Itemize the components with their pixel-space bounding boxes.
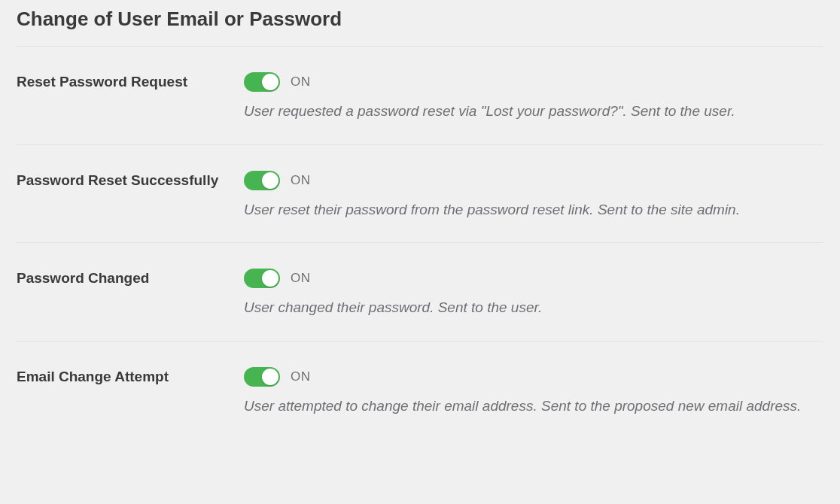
- toggle-password-reset-successfully[interactable]: [244, 171, 280, 190]
- setting-row-email-change-attempt: Email Change Attempt ON User attempted t…: [17, 342, 823, 439]
- settings-section: Change of User Email or Password Reset P…: [0, 0, 840, 439]
- toggle-knob: [262, 74, 278, 90]
- setting-description: User reset their password from the passw…: [244, 199, 823, 220]
- setting-label: Password Reset Successfully: [17, 171, 244, 190]
- toggle-knob: [262, 369, 278, 385]
- setting-description: User requested a password reset via "Los…: [244, 101, 823, 122]
- setting-control: ON User changed their password. Sent to …: [244, 269, 823, 318]
- toggle-state-label: ON: [291, 369, 311, 384]
- toggle-line: ON: [244, 269, 823, 288]
- toggle-line: ON: [244, 367, 823, 387]
- setting-label: Email Change Attempt: [17, 367, 244, 387]
- setting-row-password-changed: Password Changed ON User changed their p…: [17, 243, 823, 341]
- setting-control: ON User reset their password from the pa…: [244, 171, 823, 220]
- toggle-state-label: ON: [291, 271, 311, 286]
- setting-control: ON User requested a password reset via "…: [244, 72, 823, 122]
- setting-label: Password Changed: [17, 269, 244, 288]
- setting-row-reset-password-request: Reset Password Request ON User requested…: [17, 47, 823, 144]
- section-title: Change of User Email or Password: [17, 8, 823, 31]
- toggle-state-label: ON: [291, 173, 311, 188]
- setting-description: User changed their password. Sent to the…: [244, 297, 823, 318]
- toggle-knob: [262, 172, 278, 189]
- toggle-line: ON: [244, 72, 823, 92]
- toggle-state-label: ON: [291, 74, 311, 90]
- toggle-line: ON: [244, 171, 823, 190]
- setting-row-password-reset-successfully: Password Reset Successfully ON User rese…: [17, 145, 823, 243]
- setting-control: ON User attempted to change their email …: [244, 367, 823, 417]
- toggle-knob: [262, 270, 278, 287]
- setting-description: User attempted to change their email add…: [244, 396, 823, 417]
- toggle-reset-password-request[interactable]: [244, 72, 280, 92]
- toggle-password-changed[interactable]: [244, 269, 280, 288]
- setting-label: Reset Password Request: [17, 72, 244, 92]
- toggle-email-change-attempt[interactable]: [244, 367, 280, 387]
